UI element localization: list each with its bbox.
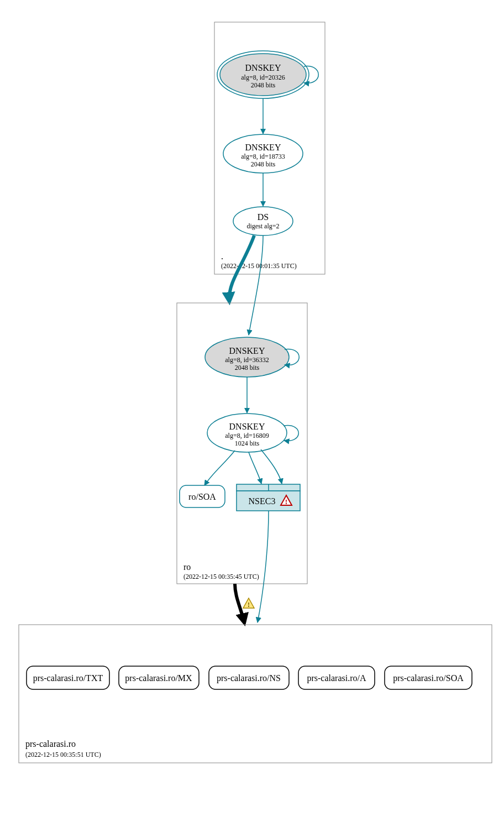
leaf-record-txt[interactable]: prs-calarasi.ro/TXT	[27, 666, 109, 689]
svg-text:DS: DS	[258, 212, 269, 222]
svg-text:prs-calarasi.ro/MX: prs-calarasi.ro/MX	[125, 673, 192, 683]
edge-ds-to-ro-ksk	[249, 235, 263, 335]
edge-ro-zsk-nsec3-a	[249, 452, 261, 484]
edge-zone-ro-to-leaf	[235, 584, 244, 622]
edge-ro-zsk-soa	[204, 451, 235, 485]
zone-leaf-label: prs-calarasi.ro	[25, 739, 76, 749]
svg-text:prs-calarasi.ro/TXT: prs-calarasi.ro/TXT	[33, 673, 103, 683]
svg-text:DNSKEY: DNSKEY	[229, 422, 265, 431]
svg-text:prs-calarasi.ro/A: prs-calarasi.ro/A	[307, 673, 366, 683]
edge-ro-zsk-nsec3-b	[261, 449, 282, 484]
svg-text:alg=8, id=20326: alg=8, id=20326	[241, 74, 285, 81]
svg-text:prs-calarasi.ro/NS: prs-calarasi.ro/NS	[217, 673, 281, 683]
zone-ro-label: ro	[183, 562, 191, 572]
svg-text:DNSKEY: DNSKEY	[229, 346, 265, 355]
svg-text:2048 bits: 2048 bits	[251, 81, 276, 89]
zone-root-timestamp: (2022-12-15 00:01:35 UTC)	[221, 262, 297, 270]
zone-leaf-box	[19, 625, 492, 763]
dnskey-root-ksk[interactable]: DNSKEY alg=8, id=20326 2048 bits	[217, 51, 309, 98]
zone-root-label: .	[221, 252, 223, 261]
svg-text:ro/SOA: ro/SOA	[188, 492, 216, 501]
dnskey-ro-ksk[interactable]: DNSKEY alg=8, id=36332 2048 bits	[205, 337, 289, 377]
ro-soa-node[interactable]: ro/SOA	[180, 485, 225, 507]
edge-nsec3-to-leaf	[258, 511, 269, 622]
dnssec-graph: . (2022-12-15 00:01:35 UTC) DNSKEY alg=8…	[11, 11, 504, 827]
ds-root[interactable]: DS digest alg=2	[233, 207, 293, 235]
nsec3-node[interactable]: NSEC3 !	[237, 484, 300, 511]
leaf-record-soa[interactable]: prs-calarasi.ro/SOA	[385, 666, 472, 689]
dnskey-root-zsk[interactable]: DNSKEY alg=8, id=18733 2048 bits	[223, 134, 303, 173]
svg-text:!: !	[285, 498, 287, 506]
zone-ro-timestamp: (2022-12-15 00:35:45 UTC)	[183, 573, 259, 580]
svg-text:NSEC3: NSEC3	[249, 496, 276, 506]
svg-text:DNSKEY: DNSKEY	[245, 143, 281, 152]
dnskey-ro-zsk[interactable]: DNSKEY alg=8, id=16809 1024 bits	[207, 414, 287, 452]
svg-text:!: !	[248, 601, 250, 609]
svg-text:2048 bits: 2048 bits	[235, 364, 260, 371]
leaf-record-mx[interactable]: prs-calarasi.ro/MX	[119, 666, 199, 689]
svg-text:DNSKEY: DNSKEY	[245, 63, 281, 72]
svg-text:alg=8, id=16809: alg=8, id=16809	[225, 432, 269, 439]
svg-text:prs-calarasi.ro/SOA: prs-calarasi.ro/SOA	[393, 673, 464, 683]
svg-text:1024 bits: 1024 bits	[235, 439, 260, 447]
leaf-record-ns[interactable]: prs-calarasi.ro/NS	[209, 666, 289, 689]
zone-leaf-timestamp: (2022-12-15 00:35:51 UTC)	[25, 751, 101, 758]
svg-text:alg=8, id=36332: alg=8, id=36332	[225, 356, 269, 364]
svg-text:alg=8, id=18733: alg=8, id=18733	[241, 153, 285, 160]
leaf-record-a[interactable]: prs-calarasi.ro/A	[298, 666, 375, 689]
warning-icon-yellow: !	[243, 598, 254, 609]
svg-text:2048 bits: 2048 bits	[251, 160, 276, 168]
svg-text:digest alg=2: digest alg=2	[246, 222, 279, 230]
